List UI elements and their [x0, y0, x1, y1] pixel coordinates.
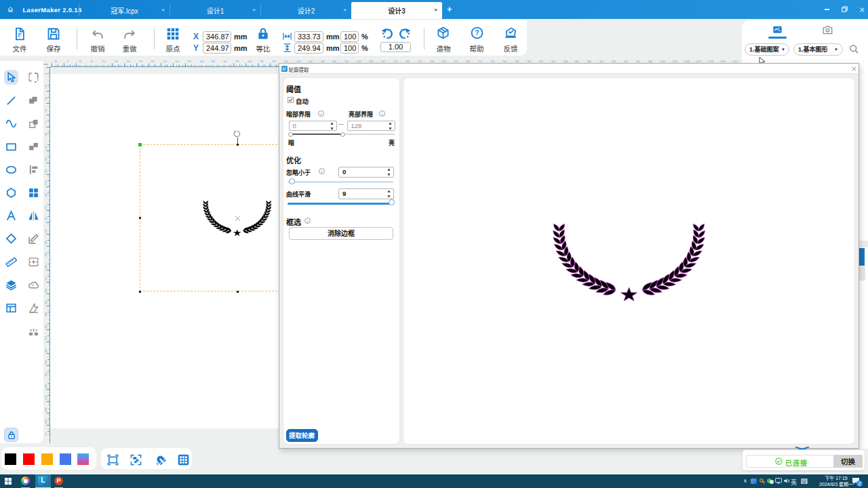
svg-text:?: ?: [475, 29, 479, 37]
